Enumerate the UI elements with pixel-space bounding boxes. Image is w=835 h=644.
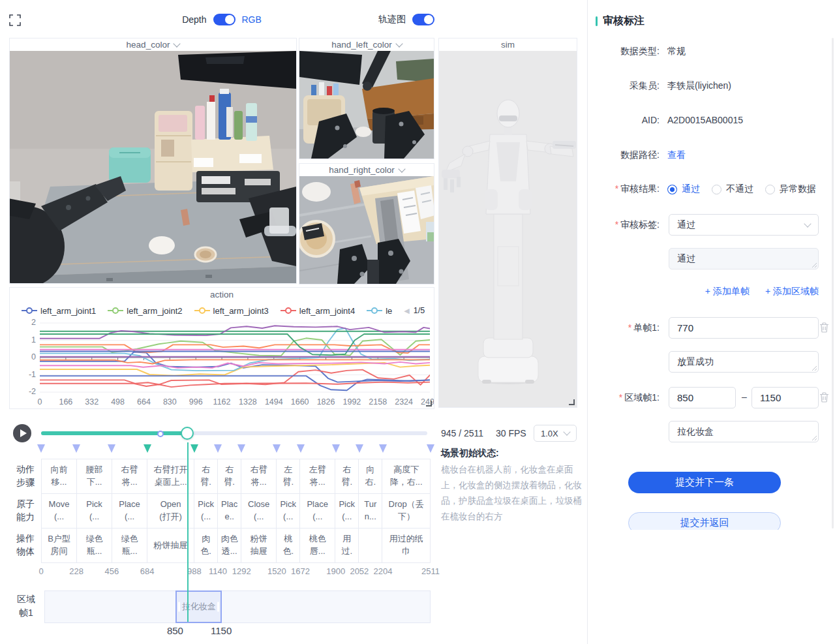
timeline-marker[interactable] xyxy=(332,444,340,453)
radio-option-不通过[interactable]: 不通过 xyxy=(712,183,753,195)
region-right-handle[interactable] xyxy=(217,602,219,612)
step-cell[interactable]: 右臂 将... xyxy=(112,459,147,493)
frame-axis: 0228456684988114012921520167219002052220… xyxy=(41,566,431,577)
radio-option-通过[interactable]: 通过 xyxy=(667,183,700,195)
view-data-path-link[interactable]: 查看 xyxy=(667,149,686,161)
playhead-line[interactable] xyxy=(187,442,189,622)
timeline-marker[interactable] xyxy=(379,444,387,453)
submit-next-button[interactable]: 提交并下一条 xyxy=(628,472,781,493)
step-cell[interactable]: 肉色 透... xyxy=(218,529,241,562)
field-collector: 采集员: 李轶晨(liyichen) xyxy=(596,80,731,92)
legend-pager: ◀ 1/5 ▶ xyxy=(404,306,429,315)
delete-region-frame-icon[interactable] xyxy=(819,392,829,403)
field-single-frame: *单帧1: xyxy=(596,322,660,334)
review-tag-select[interactable]: 通过 xyxy=(669,214,819,236)
resize-handle-icon[interactable] xyxy=(569,399,575,405)
resize-handle-icon[interactable] xyxy=(426,401,432,406)
single-frame-input[interactable]: 770 xyxy=(669,317,819,339)
step-cell[interactable]: 腰部 下... xyxy=(77,459,112,493)
frame-axis-label: 0 xyxy=(38,566,43,576)
step-cell[interactable]: 向前 移... xyxy=(42,459,77,493)
step-cell[interactable] xyxy=(359,529,382,562)
timeline-marker[interactable] xyxy=(108,444,115,453)
step-cell[interactable]: Drop（丢 下） xyxy=(382,494,430,528)
timeline-marker[interactable] xyxy=(297,444,305,453)
radio-icon[interactable] xyxy=(712,185,721,194)
step-cell[interactable]: 桃 色. xyxy=(277,529,300,562)
legend-item[interactable]: left_arm_joint2 xyxy=(108,306,182,316)
depth-rgb-toggle[interactable] xyxy=(213,14,235,25)
step-cell[interactable]: Tur n... xyxy=(359,494,382,528)
timeline-marker[interactable] xyxy=(72,444,80,453)
y-tick-label: 2 xyxy=(16,318,36,327)
region-frame-desc-textarea[interactable]: 拉化妆盒 xyxy=(669,421,819,442)
step-cell[interactable]: Move (... xyxy=(42,494,77,528)
legend-item[interactable]: left_arm_joint4 xyxy=(281,306,355,316)
region-segment[interactable]: 拉化妆盒 xyxy=(175,590,222,623)
region-start-input[interactable]: 850 xyxy=(669,387,736,408)
step-cell[interactable]: 右臂 将... xyxy=(241,459,277,493)
timeline-marker[interactable] xyxy=(190,444,198,453)
timeline-marker[interactable] xyxy=(356,444,363,453)
region-end-input[interactable]: 1150 xyxy=(752,387,819,408)
timeline-marker[interactable] xyxy=(273,444,281,453)
sidebar-scrollbar[interactable] xyxy=(832,38,834,529)
step-cell[interactable]: 右 臂. xyxy=(335,459,359,493)
step-cell[interactable]: Pick (... xyxy=(77,494,112,528)
step-cell[interactable]: 高度下 降，右... xyxy=(382,459,430,493)
single-frame-desc-textarea[interactable]: 放置成功 xyxy=(669,351,819,373)
radio-option-异常数据[interactable]: 异常数据 xyxy=(765,183,816,195)
step-cell[interactable]: B户型 房间 xyxy=(42,529,77,562)
slider-handle[interactable] xyxy=(181,427,194,440)
field-data-type: 数据类型: 常规 xyxy=(596,46,686,57)
add-single-frame-link[interactable]: + 添加单帧 xyxy=(705,286,750,298)
step-cell[interactable]: Plac e.. xyxy=(218,494,241,528)
step-cell[interactable]: Pick (... xyxy=(335,494,359,528)
add-region-frame-link[interactable]: + 添加区域帧 xyxy=(765,286,819,298)
step-cell[interactable]: Pick (... xyxy=(277,494,300,528)
timeline-marker[interactable] xyxy=(214,444,222,453)
timeline-slider[interactable] xyxy=(41,431,427,435)
frame-axis-label: 2052 xyxy=(350,566,369,576)
region-left-handle[interactable] xyxy=(178,602,180,612)
legend-item[interactable]: left_arm_joint1 xyxy=(22,306,96,316)
step-cell[interactable]: 绿色 瓶... xyxy=(77,529,112,562)
step-cell[interactable]: 右 臂. xyxy=(194,459,218,493)
step-cell[interactable]: Close (... xyxy=(241,494,277,528)
play-button[interactable] xyxy=(13,424,31,442)
frame-axis-label: 1900 xyxy=(326,566,345,576)
timeline-marker[interactable] xyxy=(427,444,434,453)
step-cell[interactable]: 左 臂. xyxy=(277,459,300,493)
region-track-bar[interactable]: 拉化妆盒 xyxy=(44,590,431,623)
trajectory-toggle[interactable] xyxy=(412,14,434,25)
step-cell[interactable]: Place (... xyxy=(112,494,147,528)
playback-speed-select[interactable]: 1.0X xyxy=(534,425,577,442)
step-cell[interactable]: Place (... xyxy=(300,494,335,528)
legend-item[interactable]: le xyxy=(367,306,392,316)
legend-series-icon xyxy=(22,307,37,314)
radio-icon[interactable] xyxy=(765,185,775,194)
step-cell[interactable]: 肉 色. xyxy=(194,529,218,562)
step-cell[interactable]: 左臂 将... xyxy=(300,459,335,493)
step-cell[interactable]: 桃色 唇... xyxy=(300,529,335,562)
step-cell[interactable]: 绿色 瓶... xyxy=(112,529,147,562)
delete-single-frame-icon[interactable] xyxy=(819,322,829,333)
single-frame-dot-marker[interactable] xyxy=(157,431,164,437)
step-cell[interactable]: 用过的纸 巾 xyxy=(382,529,430,562)
review-tag-note-textarea[interactable]: 通过 xyxy=(669,248,819,269)
required-star: * xyxy=(615,183,618,194)
legend-prev-icon[interactable]: ◀ xyxy=(404,307,409,315)
legend-item[interactable]: left_arm_joint3 xyxy=(194,306,269,316)
timeline-marker[interactable] xyxy=(37,444,45,453)
timeline-marker[interactable] xyxy=(237,444,245,453)
scene-description: 梳妆台在机器人前，化妆盒在桌面上，化妆盒的侧边摆放着物品，化妆品，护肤品盒垃圾在… xyxy=(441,462,583,525)
step-cell[interactable]: Pick (... xyxy=(194,494,218,528)
radio-icon[interactable] xyxy=(667,185,677,194)
step-cell[interactable]: 向 右. xyxy=(359,459,382,493)
depth-label: Depth xyxy=(182,14,206,25)
step-cell[interactable]: 右 臂. xyxy=(218,459,241,493)
timeline-marker[interactable] xyxy=(144,444,151,453)
step-cell[interactable]: 粉饼 抽屉 xyxy=(241,529,277,562)
frame-axis-label: 1140 xyxy=(209,566,227,576)
step-cell[interactable]: 用 过. xyxy=(335,529,359,562)
